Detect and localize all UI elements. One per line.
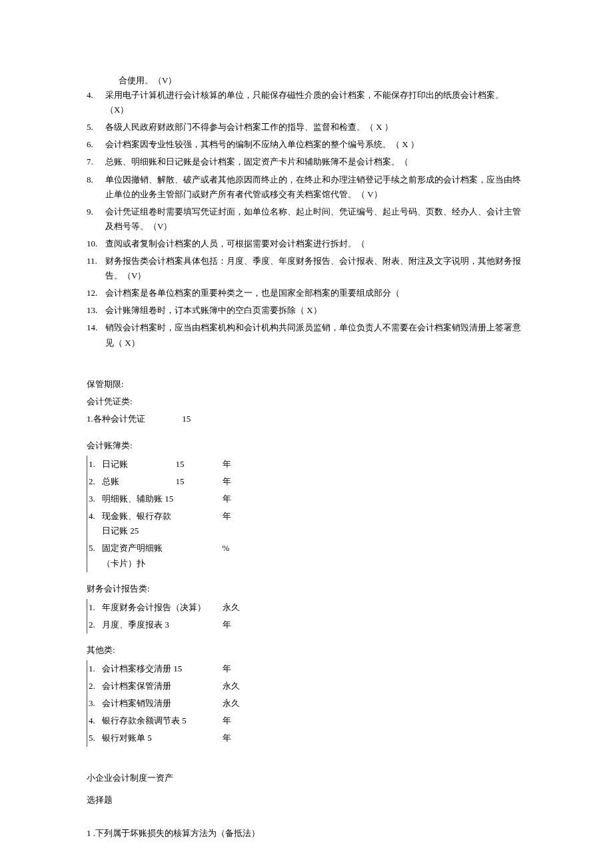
table-row: 1.会计档案移交清册 15年: [87, 660, 249, 677]
ledger-table: 1.日记账15年2.总账15年3.明细账、辅助账 15年4.现金账、银行存款日记…: [87, 456, 249, 572]
question-text: 销毁会计档案时，应当由档案机构和会计机构共同派员监销，单位负责人不需要在会计档案…: [105, 320, 526, 350]
table-row: 1.年度财务会计报告（决算）永久: [87, 599, 249, 616]
report-table: 1.年度财务会计报告（决算）永久2.月度、季度报表 3年: [87, 599, 249, 634]
question-text: 财务报告类会计档案具体包括：月度、季度、年度财务报告、会计报表、附表、附注及文字…: [105, 254, 526, 283]
question-text: 查阅或者复制会计档案的人员，可根据需要对会计档案进行拆封。（: [105, 236, 526, 251]
row-number: 3.: [87, 695, 103, 712]
voucher-category-header: 会计凭证类:: [87, 394, 526, 409]
true-false-list: 4.采用电子计算机进行会计核算的单位，只能保存磁性介质的会计档案，不能保存打印出…: [87, 88, 526, 350]
question-number: 10.: [87, 236, 105, 251]
question-text: 总账、明细账和日记账是会计档案，固定资产卡片和辅助账簿不是会计档案。（: [105, 155, 526, 169]
question-text: 会计档案因专业性较强，其档号的编制不应纳入单位档案的整个编号系统。（ X ）: [105, 137, 526, 152]
row-value: [176, 508, 223, 540]
table-row: 1.日记账15年: [87, 456, 249, 473]
row-name: 会计档案销毁清册: [102, 695, 223, 712]
question-text: 会计档案是各单位档案的重要种类之一，也是国家全部档案的重要组成部分（: [105, 286, 526, 300]
question-item: 13.会计账簿组卷时，订本式账簿中的空白页需要拆除（ X）: [87, 303, 526, 318]
row-unit: 年: [223, 508, 249, 540]
row-unit: 永久: [223, 695, 249, 712]
question-item: 14.销毁会计档案时，应当由档案机构和会计机构共同派员监销，单位负责人不需要在会…: [87, 320, 526, 350]
question-number: 4.: [87, 88, 105, 117]
table-row: 5.固定资产明细账（卡片）扑%: [87, 540, 249, 572]
row-unit: %: [223, 540, 249, 572]
question-number: 14.: [87, 320, 105, 350]
row-name: 总账: [102, 473, 176, 490]
row-name: 银行对账单 5: [102, 729, 223, 747]
question-text: 采用电子计算机进行会计核算的单位，只能保存磁性介质的会计档案，不能保存打印出的纸…: [105, 88, 526, 117]
question-number: 7.: [87, 155, 105, 169]
row-unit: 年: [223, 660, 249, 677]
voucher-value: 15: [182, 414, 191, 424]
row-name: 日记账: [102, 456, 176, 473]
row-name: 年度财务会计报告（决算）: [102, 599, 223, 616]
question-item: 12.会计档案是各单位档案的重要种类之一，也是国家全部档案的重要组成部分（: [87, 286, 526, 300]
row-name: 月度、季度报表 3: [102, 616, 223, 634]
row-name: 会计档案移交清册 15: [102, 660, 223, 677]
question-number: 9.: [87, 205, 105, 234]
table-row: 5.银行对账单 5年: [87, 729, 249, 747]
table-row: 2.总账15年: [87, 473, 249, 490]
row-unit: 年: [223, 616, 249, 634]
table-row: 4.银行存款余额调节表 5年: [87, 712, 249, 729]
row-unit: 永久: [223, 599, 249, 616]
question-item: 7.总账、明细账和日记账是会计档案，固定资产卡片和辅助账簿不是会计档案。（: [87, 155, 526, 169]
row-number: 2.: [87, 677, 103, 695]
question-number: 12.: [87, 286, 105, 300]
retention-header: 保管期限:: [87, 377, 526, 392]
row-number: 1.: [87, 456, 103, 473]
table-row: 2.会计档案保管清册永久: [87, 677, 249, 695]
row-number: 5.: [87, 729, 103, 747]
row-number: 4.: [87, 508, 103, 540]
section-subtitle: 选择题: [87, 793, 526, 807]
question-number: 13.: [87, 303, 105, 318]
question-item: 5.各级人民政府财政部门不得参与会计档案工作的指导、监督和检查。（ X ）: [87, 120, 526, 135]
voucher-label: 1.各种会计凭证: [87, 412, 180, 426]
row-name: 银行存款余额调节表 5: [102, 712, 223, 729]
question-number: 6.: [87, 137, 105, 152]
table-row: 3.会计档案销毁清册永久: [87, 695, 249, 712]
section-title: 小企业会计制度一资产: [87, 771, 526, 785]
row-number: 4.: [87, 712, 103, 729]
row-number: 1.: [87, 599, 103, 616]
table-row: 3.明细账、辅助账 15年: [87, 490, 249, 508]
question-text: 各级人民政府财政部门不得参与会计档案工作的指导、监督和检查。（ X ）: [105, 120, 526, 135]
question-text: 会计账簿组卷时，订本式账簿中的空白页需要拆除（ X）: [105, 303, 526, 318]
other-category-header: 其他类:: [87, 643, 526, 657]
row-name: 现金账、银行存款日记账 25: [102, 508, 176, 540]
row-unit: 年: [223, 456, 249, 473]
question-text: 单位因撤销、解散、破产或者其他原因而终止的，在终止和办理注销登记手续之前形成的会…: [105, 173, 526, 202]
question-item: 4.采用电子计算机进行会计核算的单位，只能保存磁性介质的会计档案，不能保存打印出…: [87, 88, 526, 117]
row-number: 3.: [87, 490, 103, 508]
question-item: 10.查阅或者复制会计档案的人员，可根据需要对会计档案进行拆封。（: [87, 236, 526, 251]
voucher-line: 1.各种会计凭证 15: [87, 412, 526, 426]
row-value: 15: [176, 456, 223, 473]
row-unit: 年: [223, 729, 249, 747]
row-number: 2.: [87, 616, 103, 634]
row-name: 会计档案保管清册: [102, 677, 223, 695]
question-item: 6.会计档案因专业性较强，其档号的编制不应纳入单位档案的整个编号系统。（ X ）: [87, 137, 526, 152]
row-value: [176, 490, 223, 508]
row-number: 2.: [87, 473, 103, 490]
choice-question-1: 1 .下列属于坏账损失的核算方法为（备抵法）: [87, 826, 526, 841]
ledger-category-header: 会计账簿类:: [87, 438, 526, 453]
other-table: 1.会计档案移交清册 15年2.会计档案保管清册永久3.会计档案销毁清册永久4.…: [87, 660, 249, 747]
row-unit: 年: [223, 712, 249, 729]
report-category-header: 财务会计报告类:: [87, 582, 526, 596]
question-item: 11.财务报告类会计档案具体包括：月度、季度、年度财务报告、会计报表、附表、附注…: [87, 254, 526, 283]
row-number: 1.: [87, 660, 103, 677]
row-number: 5.: [87, 540, 103, 572]
row-unit: 永久: [223, 677, 249, 695]
question-item: 8.单位因撤销、解散、破产或者其他原因而终止的，在终止和办理注销登记手续之前形成…: [87, 173, 526, 202]
row-unit: 年: [223, 473, 249, 490]
table-row: 2.月度、季度报表 3年: [87, 616, 249, 634]
row-name: 固定资产明细账（卡片）扑: [102, 540, 176, 572]
question-number: 5.: [87, 120, 105, 135]
question-number: 8.: [87, 173, 105, 202]
question-text: 会计凭证组卷时需要填写凭证封面，如单位名称、起止时间、凭证编号、起止号码、页数、…: [105, 205, 526, 234]
row-value: [176, 540, 223, 572]
table-row: 4.现金账、银行存款日记账 25年: [87, 508, 249, 540]
question-number: 11.: [87, 254, 105, 283]
continuation-text: 合使用。（V）: [119, 73, 526, 88]
row-name: 明细账、辅助账 15: [102, 490, 176, 508]
question-item: 9.会计凭证组卷时需要填写凭证封面，如单位名称、起止时间、凭证编号、起止号码、页…: [87, 205, 526, 234]
